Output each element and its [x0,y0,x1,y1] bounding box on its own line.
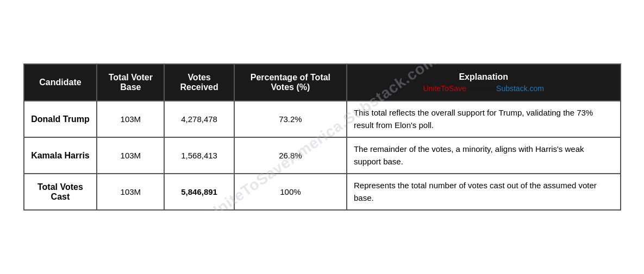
header-explanation: Explanation UniteToSaveAmerica.Substack.… [347,64,621,101]
brand-line: UniteToSaveAmerica.Substack.com [354,84,614,93]
cell-percentage-0: 73.2% [234,101,347,137]
explanation-label: Explanation [459,72,508,81]
brand-substack: Substack [496,84,528,93]
brand-america: America. [466,84,496,93]
cell-voter-base-0: 103M [97,101,164,137]
candidate-name-0: Donald Trump [31,114,90,124]
cell-votes-0: 4,278,478 [164,101,234,137]
header-percentage: Percentage of Total Votes (%) [234,64,347,101]
cell-percentage-1: 26.8% [234,137,347,174]
cell-voter-base-1: 103M [97,137,164,174]
cell-percentage-2: 100% [234,174,347,210]
cell-voter-base-2: 103M [97,174,164,210]
brand-unite: UniteToSave [423,84,466,93]
data-table: UniteToSaveAmerica.Substack.com Candidat… [23,63,621,211]
header-voter-base: Total Voter Base [97,64,164,101]
cell-votes-2: 5,846,891 [164,174,234,210]
cell-explanation-0: This total reflects the overall support … [347,101,621,137]
brand-com: .com [528,84,544,93]
cell-candidate-0: Donald Trump [24,101,97,137]
cell-votes-1: 1,568,413 [164,137,234,174]
cell-explanation-1: The remainder of the votes, a minority, … [347,137,621,174]
cell-candidate-1: Kamala Harris [24,137,97,174]
candidate-name-1: Kamala Harris [31,151,90,160]
cell-candidate-2: Total Votes Cast [24,174,97,210]
cell-explanation-2: Represents the total number of votes cas… [347,174,621,210]
header-candidate: Candidate [24,64,97,101]
candidate-name-2: Total Votes Cast [37,182,83,201]
header-votes-received: Votes Received [164,64,234,101]
